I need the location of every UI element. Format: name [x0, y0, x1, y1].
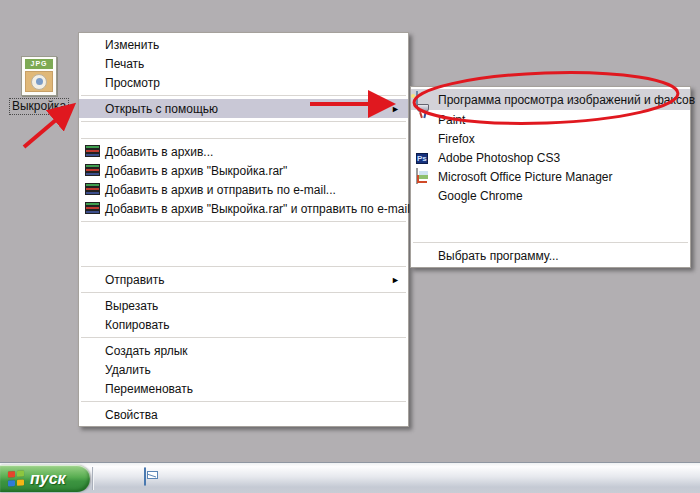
picture-manager-icon: [416, 169, 432, 185]
menu-item-print[interactable]: Печать: [79, 54, 408, 73]
jpg-file-icon: JPG: [21, 56, 57, 96]
menu-item-copy[interactable]: Копировать: [79, 315, 408, 334]
menu-separator: [81, 292, 406, 293]
menu-separator: [81, 337, 406, 338]
submenu-item-paint[interactable]: Paint: [411, 110, 690, 129]
menu-item-cut[interactable]: Вырезать: [79, 296, 408, 315]
menu-separator: [81, 221, 406, 222]
photoshop-icon: Ps: [416, 150, 432, 166]
menu-item-open-with[interactable]: Открыть с помощью ►: [79, 99, 408, 118]
context-menu: Изменить Печать Просмотр Открыть с помощ…: [78, 32, 409, 427]
menu-blank-space: [79, 125, 408, 135]
menu-item-preview[interactable]: Просмотр: [79, 73, 408, 92]
menu-separator: [81, 138, 406, 139]
menu-item-create-shortcut[interactable]: Создать ярлык: [79, 341, 408, 360]
submenu-blank-space: [411, 205, 690, 239]
submenu-item-chrome[interactable]: Google Chrome: [411, 186, 690, 205]
menu-blank-space: [79, 225, 408, 263]
menu-item-properties[interactable]: Свойства: [79, 405, 408, 424]
submenu-item-firefox[interactable]: Firefox: [411, 129, 690, 148]
chrome-quicklaunch-icon[interactable]: [98, 468, 115, 485]
start-button[interactable]: пуск: [0, 465, 90, 492]
quick-launch-bar: [98, 468, 161, 485]
submenu-arrow-icon: ►: [391, 275, 400, 285]
menu-item-delete[interactable]: Удалить: [79, 360, 408, 379]
chrome-icon: [416, 188, 432, 204]
menu-separator: [81, 401, 406, 402]
menu-separator: [81, 121, 406, 122]
image-thumbnail: [25, 71, 53, 92]
menu-item-rename[interactable]: Переименовать: [79, 379, 408, 398]
outlook-express-quicklaunch-icon[interactable]: [144, 468, 161, 485]
firefox-icon: [416, 131, 432, 147]
quick-launch-divider: [92, 467, 94, 490]
submenu-item-picture-viewer[interactable]: Программа просмотра изображений и факсов: [411, 89, 690, 110]
firefox-quicklaunch-icon[interactable]: [121, 468, 138, 485]
desktop-file-icon[interactable]: JPG Выкройка: [8, 56, 70, 114]
menu-item-rar-add-named[interactable]: Добавить в архив "Выкройка.rar": [79, 161, 408, 180]
winrar-books-icon: [84, 163, 100, 179]
menu-separator: [81, 266, 406, 267]
start-button-label: пуск: [30, 470, 66, 488]
submenu-arrow-icon: ►: [391, 104, 400, 114]
windows-logo-icon: [8, 470, 24, 486]
submenu-item-picture-manager[interactable]: Microsoft Office Picture Manager: [411, 167, 690, 186]
menu-separator: [413, 242, 688, 243]
winrar-books-icon: [84, 144, 100, 160]
menu-item-rar-add-named-email[interactable]: Добавить в архив "Выкройка.rar" и отправ…: [79, 199, 408, 218]
submenu-item-photoshop[interactable]: Ps Adobe Photoshop CS3: [411, 148, 690, 167]
menu-item-rar-add[interactable]: Добавить в архив...: [79, 142, 408, 161]
winrar-books-icon: [84, 182, 100, 198]
menu-item-edit[interactable]: Изменить: [79, 35, 408, 54]
menu-item-send-to[interactable]: Отправить ►: [79, 270, 408, 289]
desktop-file-label: Выкройка: [10, 99, 68, 114]
jpg-badge: JPG: [25, 59, 53, 69]
winrar-books-icon: [84, 201, 100, 217]
taskbar: пуск: [0, 462, 700, 493]
menu-item-rar-add-email[interactable]: Добавить в архив и отправить по e-mail..…: [79, 180, 408, 199]
desktop: JPG Выкройка Изменить Печать Просмотр От…: [0, 0, 700, 493]
paint-icon: [416, 112, 432, 128]
submenu-item-choose-program[interactable]: Выбрать программу...: [411, 246, 690, 265]
menu-separator: [81, 95, 406, 96]
open-with-submenu: Программа просмотра изображений и факсов…: [410, 86, 691, 268]
